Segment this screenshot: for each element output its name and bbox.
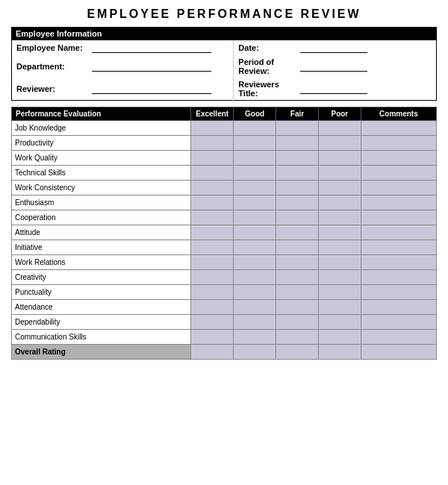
good-cell[interactable] (234, 270, 276, 285)
overall-poor-cell[interactable] (318, 345, 361, 360)
comments-cell[interactable] (361, 121, 436, 136)
overall-comments-cell[interactable] (361, 345, 436, 360)
comments-cell[interactable] (361, 255, 436, 270)
good-cell[interactable] (234, 330, 276, 345)
good-cell[interactable] (234, 255, 276, 270)
comments-cell[interactable] (361, 285, 436, 300)
comments-cell[interactable] (361, 225, 436, 240)
good-cell[interactable] (234, 225, 276, 240)
excellent-cell[interactable] (191, 255, 234, 270)
excellent-cell[interactable] (191, 195, 234, 210)
fair-cell[interactable] (276, 151, 319, 166)
overall-good-cell[interactable] (234, 345, 276, 360)
fair-cell[interactable] (276, 181, 319, 195)
good-cell[interactable] (234, 121, 276, 136)
table-row: Productivity (12, 136, 437, 151)
excellent-cell[interactable] (191, 225, 234, 240)
excellent-cell[interactable] (191, 210, 234, 225)
excellent-cell[interactable] (191, 270, 234, 285)
good-cell[interactable] (234, 166, 276, 181)
poor-cell[interactable] (318, 270, 361, 285)
fair-cell[interactable] (276, 255, 319, 270)
overall-excellent-cell[interactable] (191, 345, 234, 360)
excellent-cell[interactable] (191, 300, 234, 315)
good-cell[interactable] (234, 240, 276, 255)
row-label: Cooperation (12, 210, 191, 225)
excellent-cell[interactable] (191, 121, 234, 136)
comments-cell[interactable] (361, 315, 436, 330)
poor-cell[interactable] (318, 151, 361, 166)
comments-cell[interactable] (361, 330, 436, 345)
poor-header: Poor (318, 107, 361, 121)
table-row: Initiative (12, 240, 437, 255)
excellent-cell[interactable] (191, 330, 234, 345)
good-cell[interactable] (234, 285, 276, 300)
poor-cell[interactable] (318, 166, 361, 181)
good-cell[interactable] (234, 300, 276, 315)
table-row: Creativity (12, 270, 437, 285)
row-label: Enthusiasm (12, 195, 191, 210)
poor-cell[interactable] (318, 255, 361, 270)
poor-cell[interactable] (318, 330, 361, 345)
fair-cell[interactable] (276, 121, 319, 136)
poor-cell[interactable] (318, 181, 361, 195)
comments-cell[interactable] (361, 181, 436, 195)
excellent-cell[interactable] (191, 181, 234, 195)
comments-cell[interactable] (361, 270, 436, 285)
row-label: Technical Skills (12, 166, 191, 181)
poor-cell[interactable] (318, 121, 361, 136)
page-title: EMPLOYEE PERFORMANCE REVIEW (11, 7, 437, 21)
poor-cell[interactable] (318, 315, 361, 330)
fair-cell[interactable] (276, 136, 319, 151)
comments-cell[interactable] (361, 240, 436, 255)
good-cell[interactable] (234, 195, 276, 210)
comments-cell[interactable] (361, 136, 436, 151)
row-label: Creativity (12, 270, 191, 285)
excellent-cell[interactable] (191, 151, 234, 166)
eval-table: Performance Evaluation Excellent Good Fa… (11, 107, 437, 360)
fair-cell[interactable] (276, 330, 319, 345)
excellent-cell[interactable] (191, 285, 234, 300)
poor-cell[interactable] (318, 300, 361, 315)
comments-cell[interactable] (361, 300, 436, 315)
fair-cell[interactable] (276, 315, 319, 330)
period-field[interactable] (300, 61, 367, 72)
overall-label: Overall Rating (12, 345, 191, 360)
good-cell[interactable] (234, 315, 276, 330)
good-cell[interactable] (234, 181, 276, 195)
comments-cell[interactable] (361, 166, 436, 181)
fair-cell[interactable] (276, 285, 319, 300)
good-cell[interactable] (234, 151, 276, 166)
excellent-cell[interactable] (191, 166, 234, 181)
poor-cell[interactable] (318, 136, 361, 151)
poor-cell[interactable] (318, 240, 361, 255)
reviewer-field[interactable] (92, 84, 211, 94)
fair-cell[interactable] (276, 300, 319, 315)
department-field[interactable] (92, 61, 211, 72)
comments-cell[interactable] (361, 151, 436, 166)
poor-cell[interactable] (318, 210, 361, 225)
reviewers-title-field[interactable] (300, 84, 367, 94)
fair-cell[interactable] (276, 166, 319, 181)
comments-cell[interactable] (361, 210, 436, 225)
fair-cell[interactable] (276, 225, 319, 240)
fair-cell[interactable] (276, 210, 319, 225)
poor-cell[interactable] (318, 195, 361, 210)
good-cell[interactable] (234, 136, 276, 151)
poor-cell[interactable] (318, 285, 361, 300)
comments-cell[interactable] (361, 195, 436, 210)
excellent-cell[interactable] (191, 240, 234, 255)
good-cell[interactable] (234, 210, 276, 225)
date-field[interactable] (300, 43, 367, 53)
employee-name-field[interactable] (92, 43, 211, 53)
fair-cell[interactable] (276, 195, 319, 210)
excellent-cell[interactable] (191, 136, 234, 151)
excellent-cell[interactable] (191, 315, 234, 330)
overall-fair-cell[interactable] (276, 345, 319, 360)
poor-cell[interactable] (318, 225, 361, 240)
table-row: Work Relations (12, 255, 437, 270)
reviewers-title-label: Reviewers Title: (238, 80, 279, 98)
fair-cell[interactable] (276, 240, 319, 255)
table-row: Technical Skills (12, 166, 437, 181)
fair-cell[interactable] (276, 270, 319, 285)
